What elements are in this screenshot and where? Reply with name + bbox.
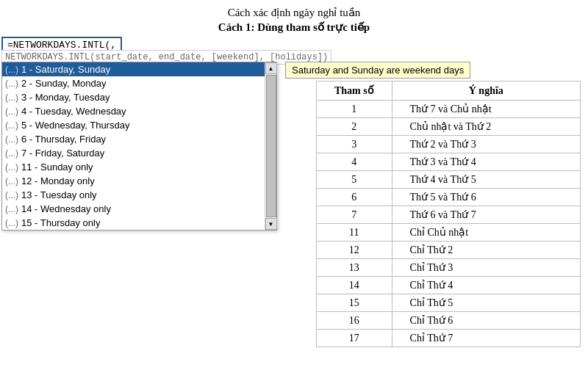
tooltip-box: Saturday and Sunday are weekend days — [285, 62, 470, 79]
table-row: 14Chỉ Thứ 4 — [317, 277, 581, 294]
dropdown-item-prefix: (...) — [5, 176, 18, 186]
scroll-thumb[interactable] — [266, 75, 276, 217]
dropdown-item-label: 7 - Friday, Saturday — [21, 148, 104, 159]
dropdown-item[interactable]: (...)12 - Monday only — [2, 174, 265, 188]
dropdown-item-label: 4 - Tuesday, Wednesday — [21, 106, 126, 117]
table-row: 7Thứ 6 và Thứ 7 — [317, 206, 581, 224]
dropdown-item-prefix: (...) — [5, 148, 18, 159]
table-cell-meaning: Chỉ Chủ nhật — [392, 224, 580, 242]
table-row: 15Chỉ Thứ 5 — [317, 294, 581, 312]
dropdown-item-prefix: (...) — [5, 190, 18, 200]
dropdown-item-label: 14 - Wednesday only — [21, 203, 111, 214]
dropdown-item[interactable]: (...)6 - Thursday, Friday — [2, 132, 265, 146]
table-row: 5Thứ 4 và Thứ 5 — [317, 171, 581, 189]
table-cell-meaning: Chỉ Thứ 3 — [392, 259, 580, 277]
table-row: 2Chủ nhật và Thứ 2 — [317, 118, 581, 136]
table-cell-param: 7 — [317, 206, 392, 224]
table-row: 3Thứ 2 và Thứ 3 — [317, 136, 581, 153]
col-header-meaning: Ý nghĩa — [392, 81, 580, 101]
table-row: 12Chỉ Thứ 2 — [317, 242, 581, 259]
table-cell-param: 5 — [317, 171, 392, 189]
dropdown-item-label: 5 - Wednesday, Thursday — [21, 120, 129, 131]
dropdown-item[interactable]: (...)7 - Friday, Saturday — [2, 146, 265, 160]
table-cell-meaning: Chỉ Thứ 5 — [392, 294, 580, 312]
table-row: 17Chỉ Thứ 7 — [317, 330, 581, 347]
page-subtitle: Cách 1: Dùng tham số trực tiếp — [0, 21, 588, 34]
table-cell-meaning: Thứ 7 và Chủ nhật — [392, 101, 580, 118]
table-cell-param: 15 — [317, 294, 392, 312]
dropdown-item[interactable]: (...)13 - Tuesday only — [2, 188, 265, 202]
dropdown-item-prefix: (...) — [5, 79, 18, 89]
dropdown-item-prefix: (...) — [5, 120, 18, 131]
dropdown-item-label: 11 - Sunday only — [21, 162, 93, 173]
table-row: 4Thứ 3 và Thứ 4 — [317, 153, 581, 171]
table-cell-param: 4 — [317, 153, 392, 171]
table-cell-param: 17 — [317, 330, 392, 347]
dropdown-item-prefix: (...) — [5, 218, 18, 228]
table-row: 6Thứ 5 và Thứ 6 — [317, 189, 581, 206]
scroll-down-arrow[interactable]: ▼ — [265, 218, 277, 230]
dropdown-item-label: 3 - Monday, Tuesday — [21, 92, 110, 103]
table-row: 13Chỉ Thứ 3 — [317, 259, 581, 277]
table-cell-meaning: Thứ 3 và Thứ 4 — [392, 153, 580, 171]
table-row: 11Chỉ Chủ nhật — [317, 224, 581, 242]
page-header: Cách xác định ngày nghỉ tuần Cách 1: Dùn… — [0, 0, 588, 37]
table-cell-param: 3 — [317, 136, 392, 153]
table-cell-meaning: Thứ 5 và Thứ 6 — [392, 189, 580, 206]
dropdown-item-prefix: (...) — [5, 92, 18, 103]
dropdown-item-label: 12 - Monday only — [21, 175, 95, 186]
table-cell-meaning: Thứ 4 và Thứ 5 — [392, 171, 580, 189]
dropdown-item-label: 1 - Saturday, Sunday — [21, 64, 110, 75]
dropdown-item-prefix: (...) — [5, 162, 18, 173]
table-cell-param: 12 — [317, 242, 392, 259]
scroll-up-arrow[interactable]: ▲ — [265, 62, 277, 74]
dropdown-item[interactable]: (...)14 - Wednesday only — [2, 202, 265, 216]
table-cell-meaning: Thứ 2 và Thứ 3 — [392, 136, 580, 153]
table-cell-meaning: Chỉ Thứ 4 — [392, 277, 580, 294]
page-title: Cách xác định ngày nghỉ tuần — [0, 6, 588, 19]
data-table: Tham số Ý nghĩa 1Thứ 7 và Chủ nhật2Chủ n… — [316, 81, 581, 347]
dropdown-item-prefix: (...) — [5, 204, 18, 214]
table-body: 1Thứ 7 và Chủ nhật2Chủ nhật và Thứ 23Thứ… — [317, 101, 581, 347]
table-cell-param: 2 — [317, 118, 392, 136]
table-cell-param: 6 — [317, 189, 392, 206]
table-cell-param: 16 — [317, 312, 392, 330]
dropdown-item-prefix: (...) — [5, 134, 18, 145]
dropdown-item-label: 15 - Thursday only — [21, 217, 100, 228]
dropdown-item[interactable]: (...)11 - Sunday only — [2, 160, 265, 174]
dropdown-container: (...)1 - Saturday, Sunday(...)2 - Sunday… — [1, 62, 277, 231]
table-cell-param: 13 — [317, 259, 392, 277]
table-cell-param: 14 — [317, 277, 392, 294]
dropdown-scrollbar[interactable]: ▲ ▼ — [265, 62, 276, 230]
dropdown-item[interactable]: (...)15 - Thursday only — [2, 216, 265, 230]
table-cell-meaning: Chỉ Thứ 2 — [392, 242, 580, 259]
table-cell-param: 1 — [317, 101, 392, 118]
dropdown-item[interactable]: (...)3 - Monday, Tuesday — [2, 90, 265, 104]
dropdown-item[interactable]: (...)1 - Saturday, Sunday — [2, 62, 265, 76]
dropdown-item[interactable]: (...)5 - Wednesday, Thursday — [2, 118, 265, 132]
table-cell-meaning: Thứ 6 và Thứ 7 — [392, 206, 580, 224]
dropdown-scroll: (...)1 - Saturday, Sunday(...)2 - Sunday… — [2, 62, 276, 230]
dropdown-item-label: 13 - Tuesday only — [21, 189, 97, 200]
table-cell-meaning: Chỉ Thứ 7 — [392, 330, 580, 347]
table-row: 16Chỉ Thứ 6 — [317, 312, 581, 330]
dropdown-item-label: 6 - Thursday, Friday — [21, 134, 106, 145]
table-row: 1Thứ 7 và Chủ nhật — [317, 101, 581, 118]
col-header-param: Tham số — [317, 81, 392, 101]
dropdown-item-prefix: (...) — [5, 106, 18, 117]
table-cell-meaning: Chỉ Thứ 6 — [392, 312, 580, 330]
table-cell-param: 11 — [317, 224, 392, 242]
table-header-row: Tham số Ý nghĩa — [317, 81, 581, 101]
dropdown-item-prefix: (...) — [5, 65, 18, 75]
dropdown-item[interactable]: (...)4 - Tuesday, Wednesday — [2, 104, 265, 118]
dropdown-list: (...)1 - Saturday, Sunday(...)2 - Sunday… — [2, 62, 265, 230]
table-container: Tham số Ý nghĩa 1Thứ 7 và Chủ nhật2Chủ n… — [316, 81, 581, 347]
dropdown-item[interactable]: (...)2 - Sunday, Monday — [2, 76, 265, 90]
table-cell-meaning: Chủ nhật và Thứ 2 — [392, 118, 580, 136]
dropdown-item-label: 2 - Sunday, Monday — [21, 78, 106, 89]
